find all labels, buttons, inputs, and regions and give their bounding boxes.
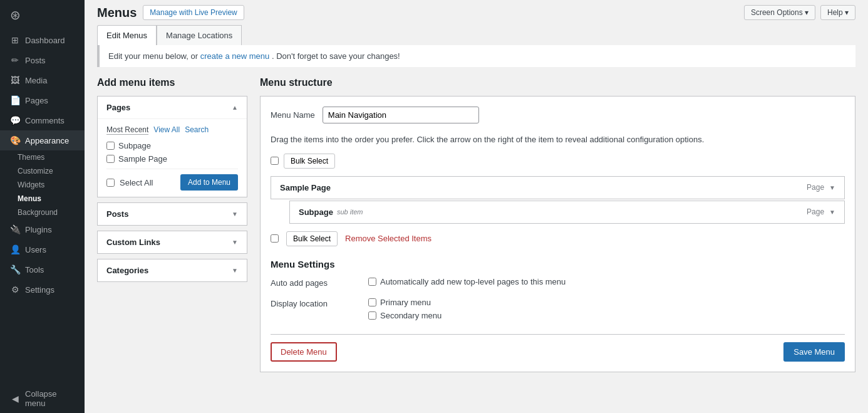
page-item-subpage-checkbox[interactable] [106,142,115,150]
bulk-select-bottom-row: Bulk Select Remove Selected Items [271,231,845,246]
posts-icon: ✏ [10,55,20,65]
custom-links-accordion-arrow: ▼ [232,239,238,246]
sidebar-item-tools[interactable]: 🔧 Tools [0,259,85,280]
create-new-menu-link[interactable]: create a new menu [200,51,270,61]
save-menu-button[interactable]: Save Menu [783,342,845,362]
sidebar-sub-customize[interactable]: Customize [0,164,85,178]
menu-item-subpage-sublabel: sub item [337,208,363,216]
menu-item-subpage-arrow[interactable]: ▼ [829,209,835,216]
select-all-row: Select All Add to Menu [106,169,238,191]
menu-item-subpage-type: Page [807,207,824,216]
page-item-sample: Sample Page [106,154,238,164]
drag-instruction: Drag the items into the order you prefer… [271,133,845,146]
tab-search[interactable]: Search [185,125,209,135]
sidebar-item-dashboard[interactable]: ⊞ Dashboard [0,30,85,50]
remove-selected-link[interactable]: Remove Selected Items [345,234,431,243]
display-location-row: Display location Primary menu Secondary … [271,298,845,324]
primary-menu-item: Primary menu [368,298,845,307]
select-all-label: Select All [120,178,153,187]
sidebar-item-pages[interactable]: 📄 Pages [0,90,85,110]
menu-settings-section: Menu Settings Auto add pages Automatical… [271,259,845,324]
display-location-label: Display location [271,298,358,308]
right-panel: Menu structure Menu Name Drag the items … [260,77,855,372]
auto-add-row: Auto add pages Automatically add new top… [271,277,845,290]
sidebar: ⊛ ⊞ Dashboard ✏ Posts 🖼 Media 📄 Pages 💬 … [0,0,85,413]
page-item-sample-label: Sample Page [118,154,167,164]
select-all-checkbox[interactable] [106,179,115,187]
categories-accordion-arrow: ▼ [232,267,238,274]
page-item-subpage-label: Subpage [118,141,151,150]
custom-links-accordion-header[interactable]: Custom Links ▼ [98,231,247,253]
sidebar-item-media[interactable]: 🖼 Media [0,70,85,90]
secondary-menu-item: Secondary menu [368,311,845,320]
sidebar-sub-themes[interactable]: Themes [0,150,85,164]
menu-name-label: Menu Name [271,110,315,120]
plugins-icon: 🔌 [10,224,20,234]
auto-add-content: Automatically add new top-level pages to… [368,277,845,290]
comments-icon: 💬 [10,115,20,125]
sidebar-item-comments[interactable]: 💬 Comments [0,110,85,130]
add-menu-items-title: Add menu items [97,77,247,88]
bulk-select-top-checkbox[interactable] [271,157,279,165]
sidebar-item-appearance[interactable]: 🎨 Appearance [0,130,85,150]
live-preview-button[interactable]: Manage with Live Preview [143,5,244,20]
menu-item-sample-page-right: Page ▼ [807,183,835,192]
collapse-menu-button[interactable]: ◀ Collapse menu [0,384,85,413]
bulk-select-bottom-button[interactable]: Bulk Select [286,231,338,246]
sidebar-sub-widgets[interactable]: Widgets [0,178,85,192]
auto-add-checkbox[interactable] [368,278,376,286]
dashboard-icon: ⊞ [10,35,20,45]
tab-view-all[interactable]: View All [153,125,180,135]
collapse-icon: ◀ [10,394,20,404]
sidebar-item-posts[interactable]: ✏ Posts [0,50,85,70]
users-icon: 👤 [10,244,20,254]
menu-item-sample-page-arrow[interactable]: ▼ [829,184,835,191]
tabs-row: Edit Menus Manage Locations [85,25,868,45]
categories-accordion-header[interactable]: Categories ▼ [98,259,247,281]
menu-name-input[interactable] [323,107,479,123]
bottom-actions-row: Delete Menu Save Menu [271,334,845,362]
help-button[interactable]: Help ▾ [820,5,855,20]
sidebar-sub-menus[interactable]: Menus [0,192,85,206]
main-content: Menus Manage with Live Preview Screen Op… [85,0,868,413]
two-col-layout: Add menu items Pages ▲ Most Recent View … [97,77,855,372]
tab-most-recent[interactable]: Most Recent [106,125,148,135]
pages-icon: 📄 [10,95,20,105]
pages-accordion-header[interactable]: Pages ▲ [98,97,247,118]
menu-item-subpage-right: Page ▼ [807,207,835,216]
display-location-content: Primary menu Secondary menu [368,298,845,324]
posts-accordion-arrow: ▼ [232,211,238,217]
bulk-select-top-button[interactable]: Bulk Select [284,154,335,169]
menu-structure-box: Menu Name Drag the items into the order … [260,96,855,372]
menu-item-subpage-label: Subpage [299,207,333,217]
menu-item-subpage: Subpage sub item Page ▼ [289,201,845,224]
secondary-menu-label: Secondary menu [380,311,442,320]
sidebar-item-users[interactable]: 👤 Users [0,239,85,259]
left-panel: Add menu items Pages ▲ Most Recent View … [97,77,247,372]
sidebar-item-plugins[interactable]: 🔌 Plugins [0,219,85,239]
add-to-menu-button[interactable]: Add to Menu [180,174,238,191]
topbar: Menus Manage with Live Preview Screen Op… [85,0,868,25]
secondary-menu-checkbox[interactable] [368,311,376,320]
settings-icon: ⚙ [10,285,20,295]
menu-structure-title: Menu structure [260,77,855,88]
primary-menu-checkbox[interactable] [368,298,376,306]
page-item-sample-checkbox[interactable] [106,155,115,163]
tab-edit-menus[interactable]: Edit Menus [97,25,157,45]
bulk-select-bottom-checkbox[interactable] [271,234,279,243]
menu-item-sample-page: Sample Page Page ▼ [271,176,845,199]
pages-accordion: Pages ▲ Most Recent View All Search Subp… [97,96,247,197]
pages-tab-row: Most Recent View All Search [106,125,238,135]
topbar-left: Menus Manage with Live Preview [97,5,244,20]
sidebar-sub-background[interactable]: Background [0,206,85,219]
tab-manage-locations[interactable]: Manage Locations [157,25,242,45]
content-area: Edit your menu below, or create a new me… [85,45,868,413]
screen-options-button[interactable]: Screen Options ▾ [744,5,815,20]
wp-logo: ⊛ [0,0,85,30]
sidebar-item-settings[interactable]: ⚙ Settings [0,280,85,300]
posts-accordion-header[interactable]: Posts ▼ [98,203,247,225]
custom-links-accordion: Custom Links ▼ [97,231,247,254]
pages-accordion-body: Most Recent View All Search Subpage Samp… [98,118,247,197]
delete-menu-button[interactable]: Delete Menu [271,342,337,362]
categories-accordion: Categories ▼ [97,259,247,282]
